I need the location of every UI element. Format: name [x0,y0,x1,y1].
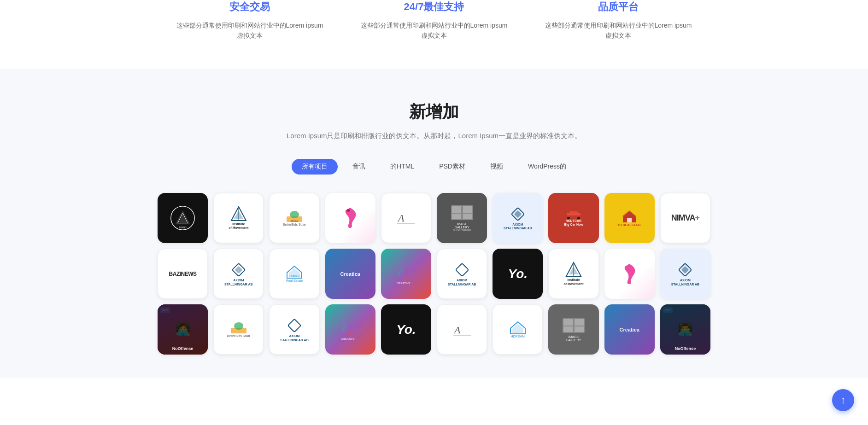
list-item[interactable]: C CREATIVE [325,304,375,355]
section-title: 新增加 [28,101,840,123]
list-item[interactable]: WP 👩‍💻 NoOffense [158,304,208,355]
list-item[interactable] [604,249,655,299]
svg-rect-29 [235,266,242,274]
svg-rect-24 [569,211,578,215]
svg-text:SOLAR: SOLAR [291,220,299,222]
list-item[interactable]: Yo. [493,249,543,299]
svg-rect-26 [627,218,632,222]
svg-rect-15 [463,206,472,213]
svg-rect-40 [681,266,689,274]
feature-title-2: 24/7最佳支持 [360,0,508,14]
svg-point-42 [234,322,243,330]
svg-rect-51 [563,319,573,326]
svg-text:CREATIVE: CREATIVE [341,338,355,340]
list-item[interactable] [325,193,375,243]
svg-rect-54 [575,326,584,332]
tab-video[interactable]: 视频 [480,159,513,175]
list-item[interactable]: Creatica [604,304,655,355]
list-item[interactable]: AXIOMSTALLNINGAR AB [493,193,543,243]
feature-title-1: 安全交易 [176,0,323,14]
nooffense-label-2: NoOffense [660,304,710,355]
svg-point-10 [346,209,350,212]
list-item[interactable]: AXIOMSTALLNINGAR AB [660,249,710,299]
svg-point-8 [290,211,299,218]
svg-text:A: A [397,212,405,224]
svg-rect-52 [575,319,584,326]
svg-text:CREATIVE: CREATIVE [397,282,411,285]
list-item[interactable]: NIMVA+ [660,193,710,243]
svg-rect-43 [288,319,301,332]
filter-tabs: 所有项目 音讯 的HTML PSD素材 视频 WordPress的 [28,159,840,175]
list-item[interactable]: AXIOMSTALLNINGAR AB [213,249,264,299]
tab-psd[interactable]: PSD素材 [429,159,475,175]
list-item[interactable]: HDREAM Real Estate [269,249,319,299]
list-item[interactable]: RENTCARBig Car Now [548,193,598,243]
list-item[interactable]: YO REALSTATE [604,193,655,243]
feature-item-3: 品质平台 这些部分通常使用印刷和网站行业中的Lorem ipsum虚拟文本 [545,0,692,41]
svg-text:C: C [398,265,409,283]
svg-rect-35 [455,263,468,276]
list-item[interactable]: Creatica [325,249,375,299]
list-item[interactable]: HDREAM [493,304,543,355]
list-item[interactable]: Instituteof Movement [213,193,264,243]
nooffense-label: NoOffense [158,304,208,355]
features-section: 安全交易 这些部分通常使用印刷和网站行业中的Lorem ipsum虚拟文本 24… [0,0,868,69]
list-item[interactable]: SOLAR BetterBids Solar [269,193,319,243]
svg-rect-14 [452,206,461,213]
svg-marker-27 [622,210,637,216]
svg-rect-19 [514,210,522,218]
list-item[interactable]: A [437,304,487,355]
list-item[interactable]: BRAND [158,193,208,243]
svg-rect-16 [452,214,461,219]
tab-html[interactable]: 的HTML [380,159,424,175]
feature-title-3: 品质平台 [545,0,692,14]
section-subtitle: Lorem Ipsum只是印刷和排版行业的伪文本。从那时起，Lorem Ipsu… [28,132,840,140]
svg-text:C: C [342,321,353,338]
feature-desc-3: 这些部分通常使用印刷和网站行业中的Lorem ipsum虚拟文本 [545,20,692,41]
list-item[interactable]: Instituteof Movement [548,249,598,299]
list-item[interactable]: IMAGE GALLERY [548,304,598,355]
new-section: 新增加 Lorem Ipsum只是印刷和排版行业的伪文本。从那时起，Lorem … [0,69,868,378]
feature-desc-2: 这些部分通常使用印刷和网站行业中的Lorem ipsum虚拟文本 [360,20,508,41]
feature-desc-1: 这些部分通常使用印刷和网站行业中的Lorem ipsum虚拟文本 [176,20,323,41]
list-item[interactable]: Yo. [381,304,431,355]
tab-wordpress[interactable]: WordPress的 [518,159,576,175]
list-item[interactable]: A [381,193,431,243]
feature-item-1: 安全交易 这些部分通常使用印刷和网站行业中的Lorem ipsum虚拟文本 [176,0,323,41]
svg-text:A: A [453,324,461,336]
list-item[interactable]: AXIOMSTALLNINGAR AB [437,249,487,299]
svg-rect-17 [463,214,472,219]
tab-audio[interactable]: 音讯 [342,159,375,175]
svg-text:BRAND: BRAND [179,227,187,229]
tab-all[interactable]: 所有项目 [292,159,338,175]
feature-item-2: 24/7最佳支持 这些部分通常使用印刷和网站行业中的Lorem ipsum虚拟文… [360,0,508,41]
list-item[interactable]: BAZINEWS [158,249,208,299]
items-grid: BRAND Instituteof Movement SOLAR [158,193,710,355]
list-item[interactable]: IMAGE GALLERY BLOG THEME [437,193,487,243]
svg-rect-53 [563,326,573,332]
list-item[interactable]: WP 👨‍💻 NoOffense [660,304,710,355]
svg-text:HDREAM: HDREAM [289,275,299,278]
list-item[interactable]: AXIOMSTALLNINGAR AB [269,304,319,355]
list-item[interactable]: C CREATIVE [381,249,431,299]
list-item[interactable]: BetterBids Solar [213,304,264,355]
